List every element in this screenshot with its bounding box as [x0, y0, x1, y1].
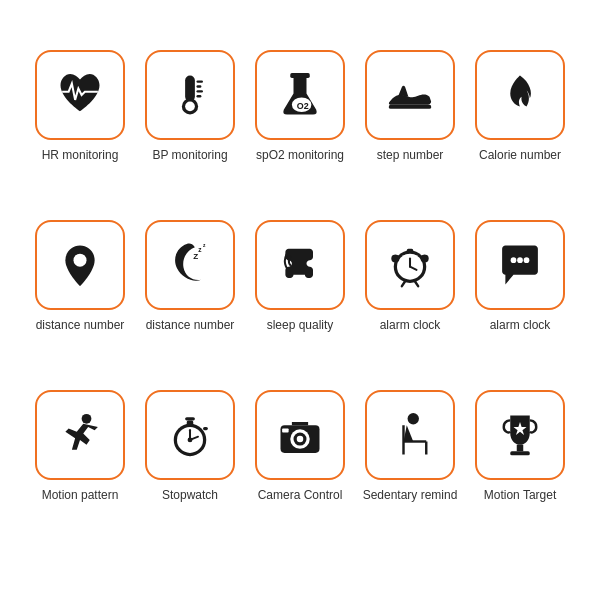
svg-point-19	[391, 254, 399, 262]
svg-point-24	[511, 257, 517, 263]
hr-icon-box	[35, 50, 125, 140]
svg-line-21	[402, 281, 405, 286]
calorie-label: Calorie number	[479, 148, 561, 164]
grid-item-spo2: O2 spO2 monitoring	[250, 50, 350, 210]
svg-point-41	[408, 413, 419, 424]
calorie-icon-box	[475, 50, 565, 140]
svg-rect-3	[197, 80, 204, 82]
bp-label: BP monitoring	[152, 148, 227, 164]
grid-item-bp: BP monitoring	[140, 50, 240, 210]
step-label: step number	[377, 148, 444, 164]
svg-rect-30	[187, 420, 194, 425]
camera-label: Camera Control	[258, 488, 343, 504]
svg-text:z: z	[198, 246, 202, 253]
svg-line-22	[415, 281, 418, 286]
grid-item-hr: HR monitoring	[30, 50, 130, 210]
grid-item-sleep: sleep quality	[250, 220, 350, 380]
trophy-icon	[494, 409, 546, 461]
step-icon	[384, 69, 436, 121]
run-icon	[54, 409, 106, 461]
hr-icon	[54, 69, 106, 121]
chat-icon-box	[475, 220, 565, 310]
sedentary-icon-box	[365, 390, 455, 480]
svg-text:z: z	[203, 243, 206, 248]
stopwatch-icon-box	[145, 390, 235, 480]
grid-item-distance1: distance number	[30, 220, 130, 380]
svg-rect-32	[203, 427, 208, 430]
grid-item-alarm1: alarm clock	[360, 220, 460, 380]
alarm2-label: alarm clock	[490, 318, 551, 334]
location-icon-box	[35, 220, 125, 310]
feature-grid: HR monitoring BP monitoring	[10, 30, 590, 570]
location-icon	[54, 239, 106, 291]
grid-item-stopwatch: Stopwatch	[140, 390, 240, 550]
trophy-label: Motion Target	[484, 488, 557, 504]
grid-item-distance2: Z z z distance number	[140, 220, 240, 380]
sleep-label: sleep quality	[267, 318, 334, 334]
alarm1-icon-box	[365, 220, 455, 310]
camera-icon-box	[255, 390, 345, 480]
stopwatch-label: Stopwatch	[162, 488, 218, 504]
chat-icon	[494, 239, 546, 291]
spo2-icon: O2	[274, 69, 326, 121]
grid-item-sedentary: Sedentary remind	[360, 390, 460, 550]
step-icon-box	[365, 50, 455, 140]
spo2-icon-box: O2	[255, 50, 345, 140]
svg-rect-31	[185, 417, 195, 420]
phone-icon-box	[255, 220, 345, 310]
svg-point-26	[524, 257, 530, 263]
svg-point-27	[82, 414, 92, 424]
phone-icon	[274, 239, 326, 291]
hr-label: HR monitoring	[42, 148, 119, 164]
camera-icon	[274, 409, 326, 461]
svg-point-20	[421, 254, 429, 262]
sedentary-label: Sedentary remind	[363, 488, 458, 504]
distance1-label: distance number	[36, 318, 125, 334]
grid-item-alarm2: alarm clock	[470, 220, 570, 380]
sedentary-icon	[384, 409, 436, 461]
svg-rect-7	[290, 73, 310, 78]
alarm1-icon	[384, 239, 436, 291]
svg-rect-45	[517, 445, 524, 452]
bp-icon-box	[145, 50, 235, 140]
run-icon-box	[35, 390, 125, 480]
sleep-icon: Z z z	[164, 239, 216, 291]
svg-rect-5	[197, 90, 204, 92]
motion-label: Motion pattern	[42, 488, 119, 504]
svg-point-25	[517, 257, 523, 263]
svg-point-11	[74, 254, 87, 267]
distance2-label: distance number	[146, 318, 235, 334]
svg-rect-4	[197, 85, 202, 87]
spo2-label: spO2 monitoring	[256, 148, 344, 164]
sleep-icon-box: Z z z	[145, 220, 235, 310]
grid-item-calorie: Calorie number	[470, 50, 570, 210]
svg-rect-46	[510, 451, 530, 455]
trophy-icon-box	[475, 390, 565, 480]
svg-point-2	[185, 102, 195, 112]
grid-item-trophy: Motion Target	[470, 390, 570, 550]
svg-point-39	[297, 436, 304, 443]
bp-icon	[164, 69, 216, 121]
svg-text:O2: O2	[297, 101, 309, 111]
calorie-icon	[494, 69, 546, 121]
svg-rect-40	[282, 429, 289, 433]
grid-item-camera: Camera Control	[250, 390, 350, 550]
grid-item-motion: Motion pattern	[30, 390, 130, 550]
stopwatch-icon	[164, 409, 216, 461]
svg-rect-0	[185, 76, 195, 102]
alarm1-label: alarm clock	[380, 318, 441, 334]
svg-rect-6	[197, 95, 202, 97]
svg-rect-10	[389, 105, 431, 109]
svg-rect-23	[407, 249, 414, 253]
svg-point-35	[188, 437, 193, 442]
grid-item-step: step number	[360, 50, 460, 210]
